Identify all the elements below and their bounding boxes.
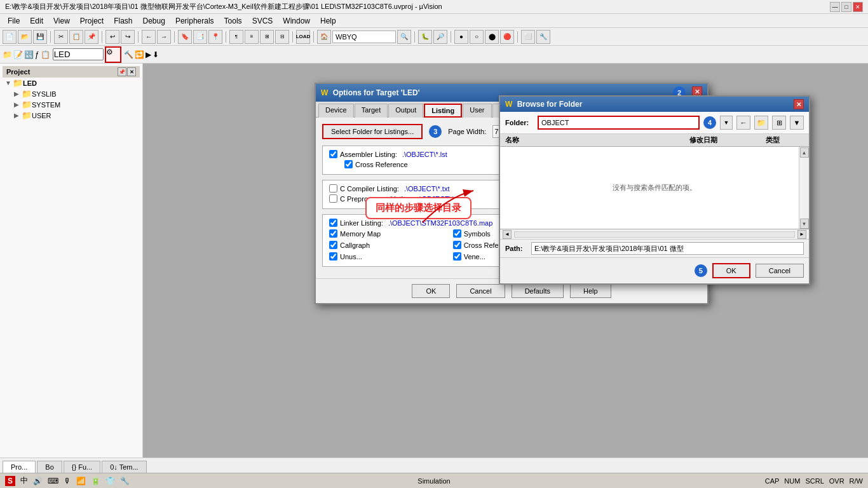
browse-view-button[interactable]: ⊞ <box>772 116 786 130</box>
menu-debug[interactable]: Debug <box>138 15 170 27</box>
menu-tools[interactable]: Tools <box>219 15 247 27</box>
window1-button[interactable]: ⬜ <box>521 30 535 44</box>
paste-button[interactable]: 📌 <box>85 30 98 44</box>
cross-ref-checkbox[interactable] <box>344 160 353 168</box>
debug3-button[interactable]: ⬤ <box>485 30 499 44</box>
memory-map-checkbox[interactable] <box>329 229 337 238</box>
debug4-button[interactable]: 🔴 <box>500 30 514 44</box>
target-options-button[interactable]: ⚙ <box>105 46 121 63</box>
new-file-button[interactable]: 📄 <box>3 30 17 44</box>
options-defaults-button[interactable]: Defaults <box>512 284 564 298</box>
tab-target[interactable]: Target <box>355 104 388 118</box>
run-button[interactable]: ● <box>454 30 468 44</box>
menu-file[interactable]: File <box>3 15 25 27</box>
tab-bo[interactable]: Bo <box>37 461 62 473</box>
format3-button[interactable]: ⊞ <box>260 30 274 44</box>
tab-templates[interactable]: 0↓ Tem... <box>102 461 146 473</box>
scroll-down-button[interactable]: ▼ <box>800 219 809 229</box>
minimize-button[interactable]: — <box>830 2 840 12</box>
browse-options-button[interactable]: ▼ <box>790 116 804 130</box>
run2-button[interactable]: ▶ <box>146 50 151 59</box>
regs-icon[interactable]: 🔣 <box>24 50 34 59</box>
menu-flash[interactable]: Flash <box>109 15 137 27</box>
browse-ok-button[interactable]: OK <box>712 263 750 278</box>
menu-svcs[interactable]: SVCS <box>247 15 278 27</box>
cross-ref2-checkbox[interactable] <box>453 241 461 249</box>
open-file-button[interactable]: 📂 <box>18 30 32 44</box>
file-icon[interactable]: 📝 <box>13 50 23 59</box>
options-cancel-button[interactable]: Cancel <box>456 284 505 298</box>
tree-item-user[interactable]: ▶ 📁 USER <box>3 110 140 121</box>
stop-button[interactable]: ○ <box>470 30 484 44</box>
bookmark2-button[interactable]: 📑 <box>193 30 207 44</box>
browse-folder-dropdown[interactable]: ▼ <box>720 116 733 130</box>
callgraph-checkbox[interactable] <box>329 241 337 249</box>
debug2-button[interactable]: 🔎 <box>433 30 447 44</box>
target-input[interactable] <box>53 48 104 60</box>
copy-button[interactable]: 📋 <box>69 30 83 44</box>
hscroll-left-button[interactable]: ◄ <box>503 230 512 239</box>
tab-user[interactable]: User <box>463 104 491 118</box>
forward-button[interactable]: → <box>157 30 171 44</box>
sidebar-pin-button[interactable]: 📌 <box>118 67 126 76</box>
tree-item-led[interactable]: ▼ 📁 LED <box>3 78 140 88</box>
back-button[interactable]: ← <box>142 30 156 44</box>
format4-button[interactable]: ⊟ <box>275 30 289 44</box>
build-button[interactable]: 🔨 <box>124 50 133 59</box>
menu-help[interactable]: Help <box>315 15 341 27</box>
assembler-listing-checkbox[interactable] <box>329 150 337 158</box>
browse-dialog-close-button[interactable]: ✕ <box>794 99 804 109</box>
format1-button[interactable]: ¶ <box>229 30 243 44</box>
linker-listing-checkbox[interactable] <box>329 219 337 227</box>
tab-device[interactable]: Device <box>318 104 354 118</box>
tab-output[interactable]: Output <box>388 104 423 118</box>
tab-functions[interactable]: {} Fu... <box>64 461 100 473</box>
unused-checkbox[interactable] <box>329 252 337 261</box>
tab-listing[interactable]: Listing <box>424 104 462 118</box>
tab-project[interactable]: Pro... <box>3 461 36 473</box>
save-button[interactable]: 💾 <box>33 30 47 44</box>
menu-peripherals[interactable]: Peripherals <box>170 15 219 27</box>
browse-folder-input[interactable] <box>538 116 700 130</box>
cut-button[interactable]: ✂ <box>54 30 68 44</box>
c-preprocessor-checkbox[interactable] <box>329 194 337 203</box>
menu-project[interactable]: Project <box>75 15 109 27</box>
browse-scrollbar[interactable]: ▲ ▼ <box>799 147 809 229</box>
download-button[interactable]: ⬇ <box>153 50 159 59</box>
options-ok-button[interactable]: OK <box>412 284 450 298</box>
funcs-icon[interactable]: ƒ <box>35 50 39 59</box>
select-folder-button[interactable]: Select Folder for Listings... <box>322 124 423 139</box>
project-icon[interactable]: 📁 <box>3 50 12 59</box>
bookmark3-button[interactable]: 📍 <box>208 30 222 44</box>
browse-back-button[interactable]: ← <box>736 116 750 130</box>
load-button[interactable]: LOAD <box>296 30 310 44</box>
bookmark-button[interactable]: 🔖 <box>178 30 192 44</box>
menu-edit[interactable]: Edit <box>25 15 48 27</box>
browse-cancel-button[interactable]: Cancel <box>756 264 804 278</box>
search1-button[interactable]: 🔍 <box>397 30 411 44</box>
symbols-checkbox[interactable] <box>453 229 461 238</box>
tree-item-syslib[interactable]: ▶ 📁 SYSLIB <box>3 88 140 99</box>
tree-item-system[interactable]: ▶ 📁 SYSTEM <box>3 99 140 110</box>
debug1-button[interactable]: 🐛 <box>418 30 432 44</box>
close-button[interactable]: ✕ <box>853 2 863 12</box>
settings-button[interactable]: 🔧 <box>536 30 550 44</box>
undo-button[interactable]: ↩ <box>105 30 119 44</box>
scroll-up-button[interactable]: ▲ <box>800 147 809 158</box>
menu-window[interactable]: Window <box>278 15 315 27</box>
restore-button[interactable]: □ <box>841 2 851 12</box>
sidebar-close-button[interactable]: ✕ <box>127 67 136 76</box>
redo-button[interactable]: ↪ <box>121 30 135 44</box>
c-compiler-checkbox[interactable] <box>329 184 337 193</box>
rebuild-button[interactable]: 🔁 <box>135 50 144 59</box>
options-help-button[interactable]: Help <box>570 284 611 298</box>
wbyq-icon[interactable]: 🏠 <box>317 30 331 44</box>
menu-view[interactable]: View <box>48 15 75 27</box>
wbyq-input[interactable] <box>332 30 396 43</box>
templates-icon[interactable]: 📋 <box>41 50 50 59</box>
veneers-checkbox[interactable] <box>453 252 461 261</box>
browse-new-folder-button[interactable]: 📁 <box>754 116 768 130</box>
hscroll-right-button[interactable]: ► <box>797 230 806 239</box>
format2-button[interactable]: ≡ <box>245 30 259 44</box>
browse-path-input[interactable] <box>531 242 804 255</box>
